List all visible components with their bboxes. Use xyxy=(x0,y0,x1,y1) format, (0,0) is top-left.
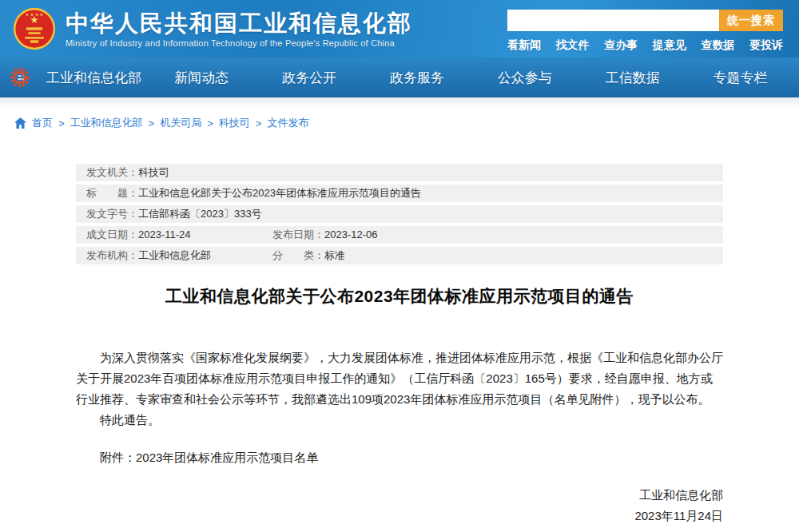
breadcrumb-document-release[interactable]: 文件发布 xyxy=(267,116,308,130)
document-content: 发文机关：科技司 标 题：工业和信息化部关于公布2023年团体标准应用示范项目的… xyxy=(76,164,723,526)
breadcrumb-separator: > xyxy=(149,117,155,129)
meta-label: 发布日期： xyxy=(272,228,324,240)
meta-row-title: 标 题：工业和信息化部关于公布2023年团体标准应用示范项目的通告 xyxy=(76,185,723,202)
attachment-label: 附件： xyxy=(100,451,136,464)
home-icon[interactable] xyxy=(14,117,26,129)
nav-item-news[interactable]: 新闻动态 xyxy=(148,69,256,87)
document-title: 工业和信息化部关于公布2023年团体标准应用示范项目的通告 xyxy=(76,285,723,308)
breadcrumb-home[interactable]: 首页 xyxy=(32,116,53,130)
unified-search-button[interactable]: 统一搜索 xyxy=(719,10,783,31)
quick-links: 看新闻 找文件 查办事 提意见 查数据 要投诉 xyxy=(507,38,783,53)
quick-link-data[interactable]: 查数据 xyxy=(701,38,734,53)
national-emblem-icon: ★ ★ ★ ★ ★ xyxy=(13,7,56,50)
search-row: 统一搜索 xyxy=(507,10,783,31)
quick-link-services[interactable]: 查办事 xyxy=(604,38,638,53)
attachment-link[interactable]: 2023年团体标准应用示范项目名单 xyxy=(136,451,318,464)
breadcrumb-departments[interactable]: 机关司局 xyxy=(160,116,201,130)
meta-label: 发布机构： xyxy=(86,249,138,261)
meta-row-dates: 成文日期：2023-11-24 发布日期：2023-12-06 xyxy=(76,226,723,244)
paragraph-1: 为深入贯彻落实《国家标准化发展纲要》，大力发展团体标准，推进团体标准应用示范，根… xyxy=(76,347,723,410)
attachment-line: 附件：2023年团体标准应用示范项目名单 xyxy=(76,447,723,468)
brand-text: 中华人民共和国工业和信息化部 Ministry of Industry and … xyxy=(66,10,412,48)
meta-value: 工信部科函〔2023〕333号 xyxy=(138,208,262,220)
meta-label: 发文字号： xyxy=(86,208,138,220)
meta-value: 工业和信息化部 xyxy=(138,249,211,261)
quick-link-feedback[interactable]: 提意见 xyxy=(653,38,686,53)
miit-logo-icon xyxy=(8,64,35,91)
quick-link-complaint[interactable]: 要投诉 xyxy=(749,38,783,53)
nav-item-gov-disclosure[interactable]: 政务公开 xyxy=(256,69,364,87)
meta-label: 分 类： xyxy=(272,249,324,261)
meta-value: 科技司 xyxy=(138,166,169,178)
meta-label: 标 题： xyxy=(86,187,138,199)
main-nav: 工业和信息化部 新闻动态 政务公开 政务服务 公众参与 工信数据 专题专栏 xyxy=(0,58,799,97)
site-brand[interactable]: ★ ★ ★ ★ ★ 中华人民共和国工业和信息化部 Ministry of Ind… xyxy=(13,7,412,50)
site-header: ★ ★ ★ ★ ★ 中华人民共和国工业和信息化部 Ministry of Ind… xyxy=(0,0,799,58)
nav-item-gov-services[interactable]: 政务服务 xyxy=(364,69,471,87)
sign-date: 2023年11月24日 xyxy=(76,506,723,526)
nav-item-participation[interactable]: 公众参与 xyxy=(471,69,578,87)
document-meta-table: 发文机关：科技司 标 题：工业和信息化部关于公布2023年团体标准应用示范项目的… xyxy=(76,164,723,264)
nav-item-home[interactable]: 工业和信息化部 xyxy=(40,69,148,87)
breadcrumb: 首页 > 工业和信息化部 > 机关司局 > 科技司 > 文件发布 xyxy=(0,109,799,130)
paragraph-2: 特此通告。 xyxy=(76,410,723,431)
breadcrumb-separator: > xyxy=(256,117,262,129)
svg-text:★ ★ ★ ★: ★ ★ ★ ★ xyxy=(26,12,44,17)
breadcrumb-separator: > xyxy=(58,117,65,129)
signer-name: 工业和信息化部 xyxy=(76,485,723,506)
meta-row-publisher-category: 发布机构：工业和信息化部 分 类：标准 xyxy=(76,247,723,264)
search-area: 统一搜索 看新闻 找文件 查办事 提意见 查数据 要投诉 xyxy=(507,0,783,53)
search-input[interactable] xyxy=(507,10,719,31)
breadcrumb-ministry[interactable]: 工业和信息化部 xyxy=(70,116,143,130)
nav-shadow-band xyxy=(0,97,799,109)
meta-row-doc-number: 发文字号：工信部科函〔2023〕333号 xyxy=(76,205,723,223)
quick-link-news[interactable]: 看新闻 xyxy=(507,38,541,53)
nav-item-miit-data[interactable]: 工信数据 xyxy=(578,69,686,87)
meta-value: 工业和信息化部关于公布2023年团体标准应用示范项目的通告 xyxy=(138,187,421,199)
meta-value: 2023-11-24 xyxy=(138,228,191,240)
nav-item-special-topics[interactable]: 专题专栏 xyxy=(686,69,794,87)
ministry-title-en: Ministry of Industry and Information Tec… xyxy=(66,38,412,48)
meta-value: 标准 xyxy=(324,249,345,261)
meta-label: 发文机关： xyxy=(86,166,138,178)
signature-block: 工业和信息化部 2023年11月24日 xyxy=(76,485,723,526)
meta-value: 2023-12-06 xyxy=(324,228,378,240)
breadcrumb-separator: > xyxy=(207,117,213,129)
meta-label: 成文日期： xyxy=(86,228,138,240)
ministry-title-cn: 中华人民共和国工业和信息化部 xyxy=(66,10,412,36)
page: ★ ★ ★ ★ ★ 中华人民共和国工业和信息化部 Ministry of Ind… xyxy=(0,0,799,532)
breadcrumb-sci-tech-dept[interactable]: 科技司 xyxy=(219,116,250,130)
meta-row-issuing-dept: 发文机关：科技司 xyxy=(76,164,723,181)
quick-link-files[interactable]: 找文件 xyxy=(556,38,590,53)
document-body: 为深入贯彻落实《国家标准化发展纲要》，大力发展团体标准，推进团体标准应用示范，根… xyxy=(76,347,723,526)
